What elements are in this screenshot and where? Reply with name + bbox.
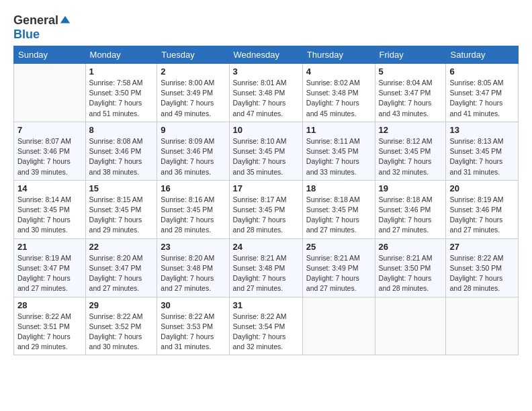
calendar-cell: 6Sunrise: 8:05 AM Sunset: 3:47 PM Daylig… — [446, 64, 519, 122]
calendar-table: SundayMondayTuesdayWednesdayThursdayFrid… — [13, 46, 519, 355]
calendar-cell: 14Sunrise: 8:14 AM Sunset: 3:45 PM Dayli… — [14, 180, 86, 238]
day-info: Sunrise: 8:20 AM Sunset: 3:48 PM Dayligh… — [161, 253, 225, 294]
calendar-cell: 7Sunrise: 8:07 AM Sunset: 3:46 PM Daylig… — [14, 122, 86, 180]
day-number: 10 — [233, 125, 299, 135]
day-number: 17 — [233, 183, 299, 193]
day-number: 1 — [89, 66, 154, 77]
day-number: 18 — [306, 183, 371, 193]
calendar-cell: 28Sunrise: 8:22 AM Sunset: 3:51 PM Dayli… — [14, 297, 86, 355]
calendar-cell: 26Sunrise: 8:21 AM Sunset: 3:50 PM Dayli… — [375, 238, 446, 297]
day-number: 24 — [233, 242, 299, 252]
week-row-4: 28Sunrise: 8:22 AM Sunset: 3:51 PM Dayli… — [14, 297, 519, 355]
day-number: 25 — [306, 242, 371, 252]
day-info: Sunrise: 8:22 AM Sunset: 3:54 PM Dayligh… — [233, 312, 299, 353]
day-number: 23 — [161, 242, 225, 252]
day-info: Sunrise: 7:58 AM Sunset: 3:50 PM Dayligh… — [89, 78, 154, 119]
day-number: 20 — [449, 183, 515, 193]
day-info: Sunrise: 8:14 AM Sunset: 3:45 PM Dayligh… — [17, 195, 82, 236]
day-info: Sunrise: 8:22 AM Sunset: 3:50 PM Dayligh… — [449, 253, 515, 294]
day-info: Sunrise: 8:13 AM Sunset: 3:45 PM Dayligh… — [449, 136, 515, 177]
day-info: Sunrise: 8:10 AM Sunset: 3:45 PM Dayligh… — [233, 136, 299, 177]
day-number: 3 — [233, 66, 299, 77]
calendar-cell: 31Sunrise: 8:22 AM Sunset: 3:54 PM Dayli… — [229, 297, 302, 355]
day-info: Sunrise: 8:21 AM Sunset: 3:48 PM Dayligh… — [233, 253, 299, 294]
weekday-friday: Friday — [375, 46, 446, 64]
day-info: Sunrise: 8:18 AM Sunset: 3:45 PM Dayligh… — [306, 195, 371, 236]
page-container: General Blue SundayMondayTuesdayWednesda… — [0, 0, 532, 362]
day-info: Sunrise: 8:20 AM Sunset: 3:47 PM Dayligh… — [89, 253, 154, 294]
day-info: Sunrise: 8:12 AM Sunset: 3:45 PM Dayligh… — [379, 136, 443, 177]
day-number: 26 — [379, 242, 443, 252]
logo-icon — [59, 15, 71, 27]
day-info: Sunrise: 8:01 AM Sunset: 3:48 PM Dayligh… — [233, 78, 299, 119]
calendar-cell: 5Sunrise: 8:04 AM Sunset: 3:47 PM Daylig… — [375, 64, 446, 122]
day-info: Sunrise: 8:22 AM Sunset: 3:52 PM Dayligh… — [89, 312, 154, 353]
day-number: 19 — [379, 183, 443, 193]
week-row-3: 21Sunrise: 8:19 AM Sunset: 3:47 PM Dayli… — [14, 238, 519, 297]
calendar-cell — [14, 64, 86, 122]
day-number: 2 — [161, 66, 225, 77]
day-number: 7 — [17, 125, 82, 135]
calendar-cell: 3Sunrise: 8:01 AM Sunset: 3:48 PM Daylig… — [229, 64, 302, 122]
day-number: 8 — [89, 125, 154, 135]
day-number: 4 — [306, 66, 371, 77]
weekday-monday: Monday — [85, 46, 157, 64]
day-number: 9 — [161, 125, 225, 135]
calendar-cell: 1Sunrise: 7:58 AM Sunset: 3:50 PM Daylig… — [85, 64, 157, 122]
day-info: Sunrise: 8:17 AM Sunset: 3:45 PM Dayligh… — [233, 195, 299, 236]
day-info: Sunrise: 8:21 AM Sunset: 3:50 PM Dayligh… — [379, 253, 443, 294]
day-info: Sunrise: 8:05 AM Sunset: 3:47 PM Dayligh… — [449, 78, 515, 119]
day-info: Sunrise: 8:11 AM Sunset: 3:45 PM Dayligh… — [306, 136, 371, 177]
day-number: 31 — [233, 300, 299, 310]
calendar-cell: 22Sunrise: 8:20 AM Sunset: 3:47 PM Dayli… — [85, 238, 157, 297]
day-number: 30 — [161, 300, 225, 310]
day-number: 28 — [17, 300, 82, 310]
day-info: Sunrise: 8:04 AM Sunset: 3:47 PM Dayligh… — [379, 78, 443, 119]
calendar-cell: 21Sunrise: 8:19 AM Sunset: 3:47 PM Dayli… — [14, 238, 86, 297]
day-number: 5 — [379, 66, 443, 77]
calendar-cell: 12Sunrise: 8:12 AM Sunset: 3:45 PM Dayli… — [375, 122, 446, 180]
day-number: 27 — [449, 242, 515, 252]
weekday-saturday: Saturday — [446, 46, 519, 64]
calendar-cell: 8Sunrise: 8:08 AM Sunset: 3:46 PM Daylig… — [85, 122, 157, 180]
calendar-cell: 9Sunrise: 8:09 AM Sunset: 3:46 PM Daylig… — [157, 122, 229, 180]
logo-general: General — [13, 13, 58, 28]
calendar-cell — [446, 297, 519, 355]
day-info: Sunrise: 8:08 AM Sunset: 3:46 PM Dayligh… — [89, 136, 154, 177]
calendar-cell: 4Sunrise: 8:02 AM Sunset: 3:48 PM Daylig… — [302, 64, 375, 122]
day-info: Sunrise: 8:22 AM Sunset: 3:51 PM Dayligh… — [17, 312, 82, 353]
calendar-cell: 23Sunrise: 8:20 AM Sunset: 3:48 PM Dayli… — [157, 238, 229, 297]
day-number: 13 — [449, 125, 515, 135]
day-info: Sunrise: 8:22 AM Sunset: 3:53 PM Dayligh… — [161, 312, 225, 353]
day-number: 16 — [161, 183, 225, 193]
calendar-cell — [302, 297, 375, 355]
calendar-cell: 17Sunrise: 8:17 AM Sunset: 3:45 PM Dayli… — [229, 180, 302, 238]
header: General Blue — [13, 11, 519, 42]
calendar-cell — [375, 297, 446, 355]
day-info: Sunrise: 8:18 AM Sunset: 3:46 PM Dayligh… — [379, 195, 443, 236]
logo: General Blue — [13, 13, 71, 42]
svg-marker-0 — [60, 15, 70, 23]
calendar-cell: 2Sunrise: 8:00 AM Sunset: 3:49 PM Daylig… — [157, 64, 229, 122]
day-number: 14 — [17, 183, 82, 193]
day-info: Sunrise: 8:02 AM Sunset: 3:48 PM Dayligh… — [306, 78, 371, 119]
day-info: Sunrise: 8:19 AM Sunset: 3:47 PM Dayligh… — [17, 253, 82, 294]
day-info: Sunrise: 8:19 AM Sunset: 3:46 PM Dayligh… — [449, 195, 515, 236]
day-number: 29 — [89, 300, 154, 310]
calendar-cell: 16Sunrise: 8:16 AM Sunset: 3:45 PM Dayli… — [157, 180, 229, 238]
day-info: Sunrise: 8:00 AM Sunset: 3:49 PM Dayligh… — [161, 78, 225, 119]
weekday-tuesday: Tuesday — [157, 46, 229, 64]
calendar-cell: 20Sunrise: 8:19 AM Sunset: 3:46 PM Dayli… — [446, 180, 519, 238]
day-number: 15 — [89, 183, 154, 193]
weekday-wednesday: Wednesday — [229, 46, 302, 64]
day-info: Sunrise: 8:07 AM Sunset: 3:46 PM Dayligh… — [17, 136, 82, 177]
calendar-cell: 15Sunrise: 8:15 AM Sunset: 3:45 PM Dayli… — [85, 180, 157, 238]
logo-blue: Blue — [13, 28, 40, 41]
week-row-0: 1Sunrise: 7:58 AM Sunset: 3:50 PM Daylig… — [14, 64, 519, 122]
day-number: 6 — [449, 66, 515, 77]
day-number: 11 — [306, 125, 371, 135]
weekday-header-row: SundayMondayTuesdayWednesdayThursdayFrid… — [14, 46, 519, 64]
day-info: Sunrise: 8:16 AM Sunset: 3:45 PM Dayligh… — [161, 195, 225, 236]
calendar-cell: 29Sunrise: 8:22 AM Sunset: 3:52 PM Dayli… — [85, 297, 157, 355]
calendar-cell: 10Sunrise: 8:10 AM Sunset: 3:45 PM Dayli… — [229, 122, 302, 180]
